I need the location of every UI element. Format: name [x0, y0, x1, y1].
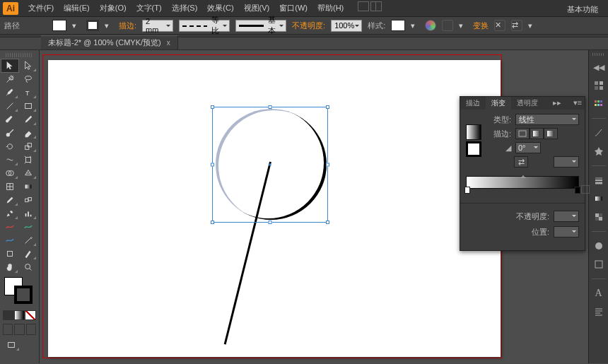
- opacity-label[interactable]: 不透明度:: [292, 20, 325, 31]
- symbols-panel-icon[interactable]: [592, 144, 606, 158]
- slice-tool[interactable]: [20, 247, 37, 260]
- style-swatch[interactable]: [391, 20, 405, 31]
- align-icon[interactable]: [442, 20, 453, 31]
- selection-handle-nw[interactable]: [211, 105, 214, 109]
- panel-tab-gradient[interactable]: 渐变: [486, 97, 511, 110]
- curvature-tool-b[interactable]: [20, 221, 37, 233]
- stroke-panel-icon[interactable]: [592, 173, 606, 187]
- menu-help[interactable]: 帮助(H): [313, 1, 348, 15]
- stroke-gradient-along[interactable]: [530, 128, 544, 139]
- workspace-switcher[interactable]: 基本功能: [561, 3, 604, 16]
- selection-handle-w[interactable]: [211, 163, 214, 167]
- panel-tab-stroke[interactable]: 描边: [460, 97, 486, 110]
- stroke-label[interactable]: 描边:: [119, 20, 136, 31]
- artboard[interactable]: [48, 60, 501, 357]
- menu-window[interactable]: 窗口(W): [275, 1, 312, 15]
- panel-tab-transparency[interactable]: 透明度: [511, 97, 544, 110]
- fill-dropdown-arrow[interactable]: ▾: [72, 21, 81, 30]
- fill-stroke-indicator[interactable]: [4, 277, 35, 305]
- fill-swatch[interactable]: [52, 20, 66, 31]
- stroke-dropdown-arrow[interactable]: ▾: [105, 21, 113, 30]
- shape-builder-tool[interactable]: [1, 167, 18, 180]
- menu-edit[interactable]: 编辑(E): [59, 1, 94, 15]
- curvature-tool-c[interactable]: [1, 234, 18, 247]
- eyedropper-tool[interactable]: [1, 194, 18, 206]
- panel-collapse-icon[interactable]: ▸▸: [550, 97, 564, 110]
- draw-behind[interactable]: [14, 324, 24, 335]
- transparency-panel-icon[interactable]: [592, 210, 606, 224]
- color-mode-color[interactable]: [3, 310, 14, 320]
- screen-mode-button[interactable]: [3, 339, 20, 351]
- delete-stop-icon[interactable]: [581, 185, 590, 194]
- stroke-width-input[interactable]: 2 mm: [142, 20, 173, 32]
- menu-view[interactable]: 视图(V): [240, 1, 274, 15]
- type-tool[interactable]: T: [20, 86, 37, 99]
- document-tab[interactable]: 未标题-2* @ 100% (CMYK/预览) x: [41, 35, 178, 49]
- selection-handle-e[interactable]: [326, 163, 329, 167]
- reverse-gradient-icon[interactable]: ⇄: [514, 156, 528, 168]
- aspect-ratio-input[interactable]: [554, 156, 579, 168]
- selection-handle-s[interactable]: [269, 221, 272, 224]
- blob-brush-tool[interactable]: [1, 127, 18, 139]
- appearance-panel-icon[interactable]: [592, 239, 606, 253]
- stroke-color-box[interactable]: [14, 286, 33, 304]
- curvature-tool-a[interactable]: [1, 221, 18, 233]
- character-panel-icon[interactable]: A: [592, 286, 606, 300]
- free-transform-tool[interactable]: [20, 153, 37, 166]
- pen-tool[interactable]: [1, 86, 18, 99]
- selection-handle-sw[interactable]: [211, 221, 214, 224]
- more-dropdown[interactable]: ▾: [528, 21, 537, 30]
- perspective-tool[interactable]: [20, 167, 37, 180]
- selection-handle-n[interactable]: [269, 105, 272, 109]
- stop-opacity-input[interactable]: [554, 211, 579, 222]
- gradient-midpoint[interactable]: [520, 172, 526, 177]
- magic-wand-tool[interactable]: [1, 73, 18, 86]
- menu-effect[interactable]: 效果(C): [203, 1, 238, 15]
- menu-select[interactable]: 选择(S): [168, 1, 202, 15]
- stroke-gradient-within[interactable]: [515, 128, 530, 139]
- stroke-swatch[interactable]: [86, 20, 99, 31]
- column-graph-tool[interactable]: [20, 207, 37, 220]
- draw-normal[interactable]: [3, 324, 13, 335]
- selection-tool[interactable]: [1, 59, 18, 72]
- isolate-icon[interactable]: ✕: [494, 20, 505, 31]
- gradient-fill-preview[interactable]: [466, 124, 481, 140]
- panel-menu-icon[interactable]: ▾≡: [571, 97, 585, 110]
- color-mode-gradient[interactable]: [14, 310, 25, 320]
- menu-object[interactable]: 对象(O): [95, 1, 131, 15]
- style-dropdown-arrow[interactable]: ▾: [411, 21, 419, 30]
- arrange-icon[interactable]: [370, 1, 382, 11]
- color-mode-none[interactable]: [25, 310, 36, 320]
- swatches-panel-icon[interactable]: [592, 97, 606, 111]
- expand-dock-icon[interactable]: ◀◀: [592, 60, 606, 74]
- gradient-angle-input[interactable]: 0°: [515, 142, 541, 153]
- gradient-tool[interactable]: [20, 180, 37, 193]
- menu-file[interactable]: 文件(F): [24, 1, 58, 15]
- selection-bounding-box[interactable]: [212, 107, 328, 223]
- hand-tool[interactable]: [1, 261, 18, 274]
- stroke-gradient-across[interactable]: [544, 128, 558, 139]
- scale-tool[interactable]: [20, 140, 37, 153]
- lasso-tool[interactable]: [20, 73, 37, 86]
- transform-label[interactable]: 变换: [473, 20, 489, 31]
- eraser-tool[interactable]: [20, 127, 37, 139]
- gradient-stop-end[interactable]: [575, 187, 580, 194]
- gradient-stop-start[interactable]: [464, 187, 470, 194]
- selection-handle-ne[interactable]: [326, 105, 329, 109]
- brushes-panel-icon[interactable]: [592, 126, 606, 140]
- symbol-sprayer-tool[interactable]: [1, 207, 18, 220]
- draw-inside[interactable]: [26, 324, 36, 335]
- more-icon[interactable]: ⇄: [511, 20, 522, 31]
- gradient-slider[interactable]: [466, 176, 579, 189]
- opacity-input[interactable]: 100%: [331, 20, 362, 32]
- artboard-tool[interactable]: [1, 247, 18, 260]
- zoom-tool[interactable]: [20, 261, 37, 274]
- gradient-panel-icon[interactable]: [592, 192, 606, 206]
- rotate-tool[interactable]: [1, 140, 18, 153]
- paragraph-panel-icon[interactable]: [592, 305, 606, 319]
- blend-tool[interactable]: [20, 194, 37, 206]
- selection-handle-se[interactable]: [326, 221, 329, 224]
- direct-selection-tool[interactable]: [20, 59, 37, 72]
- rectangle-tool[interactable]: [20, 100, 37, 112]
- gradient-stroke-preview[interactable]: [466, 141, 481, 157]
